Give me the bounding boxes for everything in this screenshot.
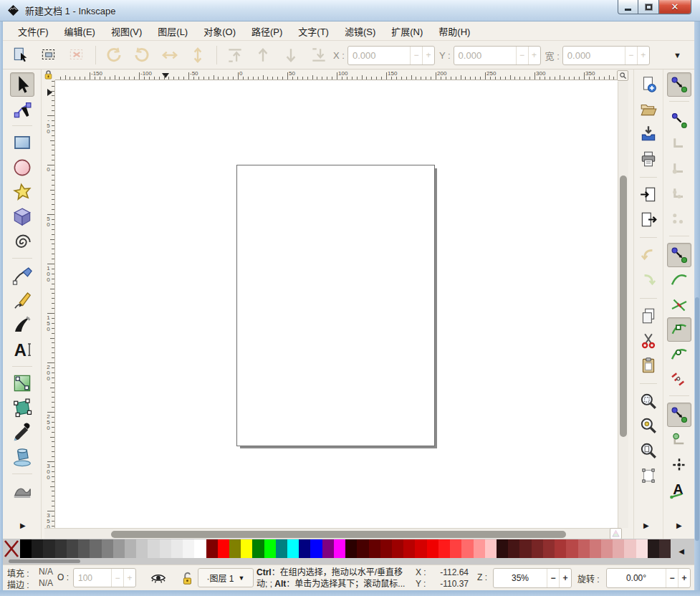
palette-swatch[interactable] bbox=[485, 539, 497, 558]
close-button[interactable]: ✕ bbox=[658, 0, 691, 14]
palette-swatch[interactable] bbox=[136, 539, 148, 558]
snap-paths-button[interactable] bbox=[667, 268, 691, 292]
snap-bbox-centers-button[interactable] bbox=[667, 208, 691, 232]
pen-tool-button[interactable] bbox=[10, 263, 34, 287]
star-tool-button[interactable] bbox=[10, 180, 34, 204]
palette-swatch[interactable] bbox=[624, 539, 636, 558]
palette-swatch[interactable] bbox=[345, 539, 357, 558]
palette-swatch[interactable] bbox=[90, 539, 101, 558]
export-button[interactable] bbox=[638, 209, 659, 231]
palette-swatch[interactable] bbox=[508, 539, 519, 558]
palette-swatch[interactable] bbox=[532, 539, 543, 558]
palette-swatch[interactable] bbox=[148, 539, 159, 558]
zoom-field[interactable]: 35% − + bbox=[493, 568, 572, 588]
palette-swatch[interactable] bbox=[566, 539, 577, 558]
raise-button[interactable] bbox=[252, 44, 274, 66]
frame-preview-button[interactable] bbox=[638, 465, 659, 486]
palette-swatch[interactable] bbox=[264, 539, 276, 558]
opacity-increment-button[interactable]: + bbox=[123, 569, 135, 587]
palette-swatch[interactable] bbox=[241, 539, 252, 558]
x-increment-button[interactable]: + bbox=[422, 47, 434, 64]
mesh-gradient-tool-button[interactable] bbox=[10, 395, 34, 420]
width-increment-button[interactable]: + bbox=[637, 47, 649, 64]
palette-swatch[interactable] bbox=[403, 539, 415, 558]
opacity-field[interactable]: 100 − + bbox=[73, 568, 136, 587]
palette-swatch[interactable] bbox=[55, 539, 67, 558]
palette-swatch[interactable] bbox=[659, 539, 671, 558]
palette-swatch[interactable] bbox=[102, 539, 113, 558]
menu-object[interactable]: 对象(O) bbox=[196, 21, 244, 41]
layer-lock-icon[interactable] bbox=[179, 570, 195, 585]
x-decrement-button[interactable]: − bbox=[410, 47, 422, 64]
palette-swatch[interactable] bbox=[194, 539, 206, 558]
stroke-value[interactable]: N/A bbox=[39, 578, 53, 588]
x-field[interactable]: 0.000 − + bbox=[347, 46, 435, 65]
lower-button[interactable] bbox=[280, 44, 302, 66]
palette-swatch[interactable] bbox=[334, 539, 345, 558]
spiral-tool-button[interactable] bbox=[10, 230, 34, 254]
toolbar-overflow-icon[interactable]: ▼ bbox=[673, 51, 681, 59]
y-decrement-button[interactable]: − bbox=[516, 47, 528, 64]
palette-swatch[interactable] bbox=[415, 539, 426, 558]
palette-swatch[interactable] bbox=[322, 539, 334, 558]
lower-to-bottom-button[interactable] bbox=[308, 44, 330, 66]
titlebar[interactable]: 新建文档 1 - Inkscape ✕ bbox=[0, 0, 700, 21]
palette-swatch[interactable] bbox=[461, 539, 473, 558]
text-tool-button[interactable]: A bbox=[10, 337, 34, 362]
palette-scroll-left-icon[interactable]: ◀ bbox=[679, 547, 684, 555]
palette-swatch[interactable] bbox=[578, 539, 590, 558]
palette-swatch[interactable] bbox=[636, 539, 648, 558]
snap-smooth-nodes-button[interactable] bbox=[667, 342, 691, 367]
maximize-button[interactable] bbox=[638, 0, 658, 14]
vertical-scrollbar[interactable] bbox=[618, 82, 628, 528]
palette-swatch[interactable] bbox=[450, 539, 461, 558]
horizontal-scrollbar[interactable] bbox=[44, 528, 618, 539]
palette-swatch[interactable] bbox=[357, 539, 368, 558]
deselect-button[interactable] bbox=[66, 44, 87, 66]
palette-swatch[interactable] bbox=[392, 539, 403, 558]
raise-to-top-button[interactable] bbox=[224, 44, 246, 66]
palette-swatch[interactable] bbox=[78, 539, 90, 558]
zoom-selection-button[interactable] bbox=[638, 390, 659, 412]
palette-swatch[interactable] bbox=[369, 539, 380, 558]
menu-help[interactable]: 帮助(H) bbox=[431, 21, 478, 41]
palette-swatch[interactable] bbox=[613, 539, 624, 558]
selector-button[interactable] bbox=[10, 72, 34, 97]
flip-horizontal-button[interactable] bbox=[159, 44, 181, 66]
import-button[interactable] bbox=[638, 184, 659, 206]
palette-swatch[interactable] bbox=[20, 539, 32, 558]
horizontal-ruler[interactable]: -150-100-50050100150200250300350 bbox=[55, 70, 618, 80]
palette-swatch[interactable] bbox=[519, 539, 531, 558]
rotation-decrement-button[interactable]: − bbox=[666, 569, 678, 587]
zoom-page-button[interactable] bbox=[638, 440, 659, 461]
calligraphy-tool-button[interactable] bbox=[10, 312, 34, 337]
palette-swatch[interactable] bbox=[229, 539, 241, 558]
pencil-tool-button[interactable] bbox=[10, 288, 34, 312]
layer-selector[interactable]: ·图层 1 ▼ bbox=[198, 568, 254, 587]
menu-edit[interactable]: 编辑(E) bbox=[57, 21, 103, 41]
palette-swatch[interactable] bbox=[601, 539, 613, 558]
cut-button[interactable] bbox=[638, 330, 659, 351]
palette-swatch[interactable] bbox=[590, 539, 601, 558]
palette-swatch[interactable] bbox=[276, 539, 287, 558]
palette-swatch[interactable] bbox=[427, 539, 438, 558]
print-document-button[interactable] bbox=[638, 148, 659, 170]
rotate-ccw-button[interactable] bbox=[103, 44, 125, 66]
palette-swatch[interactable] bbox=[555, 539, 566, 558]
width-field[interactable]: 0.000 − + bbox=[562, 46, 650, 65]
box3d-tool-button[interactable] bbox=[10, 205, 34, 229]
palette-swatch[interactable] bbox=[218, 539, 229, 558]
palette-swatch[interactable] bbox=[380, 539, 392, 558]
menu-file[interactable]: 文件(F) bbox=[10, 21, 57, 41]
palette-swatch[interactable] bbox=[125, 539, 136, 558]
palette-swatch[interactable] bbox=[206, 539, 218, 558]
dropper-tool-button[interactable] bbox=[10, 420, 34, 445]
tweak-tool-button[interactable] bbox=[10, 479, 34, 503]
palette-swatch[interactable] bbox=[543, 539, 555, 558]
vertical-scrollbar-thumb[interactable] bbox=[620, 176, 627, 437]
snap-nodes-button[interactable] bbox=[667, 243, 691, 267]
menu-filters[interactable]: 滤镜(S) bbox=[337, 21, 383, 41]
snap-text-baseline-button[interactable]: A bbox=[667, 478, 691, 502]
palette-scrollbar-thumb[interactable] bbox=[9, 559, 80, 563]
commands-expander-icon[interactable]: ▶ bbox=[643, 522, 649, 529]
